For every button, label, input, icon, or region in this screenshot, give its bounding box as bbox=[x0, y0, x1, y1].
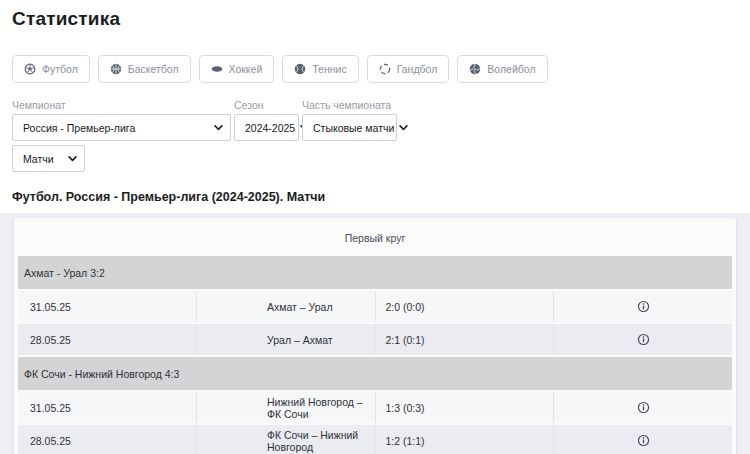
match-name: Урал – Ахмат bbox=[197, 323, 376, 356]
championship-label: Чемпионат bbox=[12, 99, 231, 111]
filters-row: Чемпионат Россия - Премьер-лига Сезон 20… bbox=[12, 99, 750, 141]
match-row: 31.05.25 Ахмат – Урал 2:0 (0:0) bbox=[18, 290, 732, 323]
view-value: Матчи bbox=[23, 153, 54, 165]
match-name: Нижний Новгород – ФК Сочи bbox=[197, 391, 376, 424]
view-filter-row: Матчи bbox=[12, 145, 750, 172]
matches-card: Первый круг Ахмат - Урал 3:2 31.05.25 Ах… bbox=[14, 218, 736, 454]
match-score: 2:0 (0:0) bbox=[375, 290, 554, 323]
championship-filter: Чемпионат Россия - Премьер-лига bbox=[12, 99, 231, 141]
round-header-row: Первый круг bbox=[18, 222, 732, 255]
match-score: 2:1 (0:1) bbox=[375, 323, 554, 356]
round-header: Первый круг bbox=[18, 222, 732, 255]
group-header: Ахмат - Урал 3:2 bbox=[18, 255, 732, 290]
section-heading: Футбол. Россия - Премьер-лига (2024-2025… bbox=[12, 190, 750, 204]
info-icon[interactable] bbox=[637, 434, 650, 447]
championship-value: Россия - Премьер-лига bbox=[23, 122, 135, 134]
chevron-down-icon bbox=[214, 125, 223, 131]
championship-part-filter: Часть чемпионата Стыковые матчи bbox=[302, 99, 397, 141]
handball-icon bbox=[379, 63, 391, 75]
championship-part-select[interactable]: Стыковые матчи bbox=[302, 114, 397, 141]
football-icon bbox=[24, 63, 36, 75]
chevron-down-icon bbox=[399, 125, 408, 131]
match-date: 28.05.25 bbox=[18, 323, 197, 356]
season-filter: Сезон 2024-2025 bbox=[234, 99, 299, 141]
sport-button-label: Гандбол bbox=[397, 63, 438, 75]
match-score: 1:2 (1:1) bbox=[375, 424, 554, 454]
match-date: 31.05.25 bbox=[18, 391, 197, 424]
season-label: Сезон bbox=[234, 99, 299, 111]
info-icon[interactable] bbox=[637, 300, 650, 313]
match-date: 28.05.25 bbox=[18, 424, 197, 454]
match-row: 28.05.25 ФК Сочи – Нижний Новгород 1:2 (… bbox=[18, 424, 732, 454]
sport-button-hockey[interactable]: Хоккей bbox=[199, 55, 275, 83]
match-row: 31.05.25 Нижний Новгород – ФК Сочи 1:3 (… bbox=[18, 391, 732, 424]
chevron-down-icon bbox=[68, 156, 77, 162]
championship-part-value: Стыковые матчи bbox=[313, 122, 394, 134]
sport-button-volleyball[interactable]: Волейбол bbox=[457, 55, 547, 83]
basketball-icon bbox=[110, 63, 122, 75]
sport-button-label: Волейбол bbox=[487, 63, 535, 75]
sport-button-label: Теннис bbox=[312, 63, 346, 75]
matches-table: Первый круг Ахмат - Урал 3:2 31.05.25 Ах… bbox=[18, 222, 732, 454]
match-score: 1:3 (0:3) bbox=[375, 391, 554, 424]
sport-button-label: Баскетбол bbox=[128, 63, 179, 75]
season-value: 2024-2025 bbox=[245, 122, 295, 134]
info-icon[interactable] bbox=[637, 401, 650, 414]
group-header-row: Ахмат - Урал 3:2 bbox=[18, 255, 732, 290]
info-icon[interactable] bbox=[637, 333, 650, 346]
season-select[interactable]: 2024-2025 bbox=[234, 114, 299, 141]
group-header: ФК Сочи - Нижний Новгород 4:3 bbox=[18, 356, 732, 391]
match-row: 28.05.25 Урал – Ахмат 2:1 (0:1) bbox=[18, 323, 732, 356]
championship-part-label: Часть чемпионата bbox=[302, 99, 397, 111]
group-header-row: ФК Сочи - Нижний Новгород 4:3 bbox=[18, 356, 732, 391]
sport-button-label: Футбол bbox=[42, 63, 78, 75]
sport-button-label: Хоккей bbox=[229, 63, 263, 75]
view-select[interactable]: Матчи bbox=[12, 145, 85, 172]
volleyball-icon bbox=[469, 63, 481, 75]
match-name: ФК Сочи – Нижний Новгород bbox=[197, 424, 376, 454]
results-section: Первый круг Ахмат - Урал 3:2 31.05.25 Ах… bbox=[0, 213, 750, 454]
sport-button-tennis[interactable]: Теннис bbox=[282, 55, 358, 83]
sport-filter-bar: Футбол Баскетбол Хоккей Теннис Гандбол bbox=[12, 55, 750, 83]
sport-button-football[interactable]: Футбол bbox=[12, 55, 90, 83]
statistics-page: Статистика Футбол Баскетбол Хоккей Тенни… bbox=[0, 0, 750, 454]
championship-select[interactable]: Россия - Премьер-лига bbox=[12, 114, 231, 141]
match-date: 31.05.25 bbox=[18, 290, 197, 323]
tennis-ball-icon bbox=[294, 63, 306, 75]
hockey-puck-icon bbox=[211, 63, 223, 75]
match-name: Ахмат – Урал bbox=[197, 290, 376, 323]
sport-button-handball[interactable]: Гандбол bbox=[367, 55, 450, 83]
sport-button-basketball[interactable]: Баскетбол bbox=[98, 55, 191, 83]
page-title: Статистика bbox=[12, 8, 750, 30]
